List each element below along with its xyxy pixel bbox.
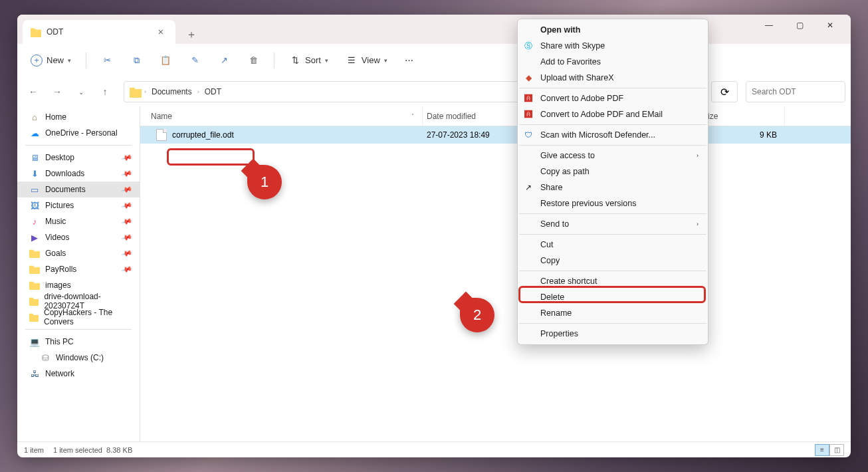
view-button[interactable]: ☰ View ▾	[339, 51, 394, 70]
close-tab-button[interactable]: ×	[154, 25, 167, 39]
search-box[interactable]: 🔍	[746, 81, 845, 102]
sidebar-item-downloads[interactable]: ⬇Downloads📌	[17, 166, 140, 181]
sidebar-item-pictures[interactable]: 🖼Pictures📌	[17, 197, 140, 213]
up-button[interactable]: ↑	[94, 81, 116, 102]
back-button[interactable]: ←	[23, 81, 44, 102]
sidebar-item-videos[interactable]: ▶Videos📌	[17, 229, 140, 245]
col-header-name[interactable]: Name ˄	[140, 106, 423, 126]
more-button[interactable]: ⋯	[398, 51, 420, 69]
sort-indicator-icon: ˄	[411, 113, 414, 119]
cut-button[interactable]: ✂	[94, 51, 120, 70]
ellipsis-icon: ⋯	[405, 55, 413, 65]
sidebar-item-goals[interactable]: Goals📌	[17, 245, 140, 261]
share-button[interactable]: ↗	[211, 51, 237, 70]
status-item-count: 1 item	[24, 446, 44, 454]
paste-button[interactable]: 📋	[153, 51, 178, 70]
delete-button[interactable]: 🗑	[241, 51, 266, 70]
rename-button[interactable]: ✎	[182, 51, 207, 70]
music-icon: ♪	[29, 216, 40, 227]
ctx-adobe-pdf[interactable]: 🅰Convert to Adobe PDF	[518, 90, 708, 106]
window-controls: — ▢ ✕	[754, 15, 845, 44]
ctx-give-access[interactable]: Give access to›	[518, 148, 708, 164]
ctx-upload-sharex[interactable]: ◆Upload with ShareX	[518, 70, 708, 86]
file-row[interactable]: corrupted_file.odt 27-07-2023 18:49 … 9 …	[140, 126, 851, 144]
minimize-button[interactable]: —	[754, 15, 784, 36]
new-label: New	[47, 55, 64, 65]
ctx-defender[interactable]: 🛡Scan with Microsoft Defender...	[518, 127, 708, 143]
callout-1: 1	[247, 165, 282, 199]
folder-icon	[29, 312, 39, 322]
pin-icon: 📌	[121, 183, 134, 195]
refresh-icon: ⟳	[720, 86, 729, 98]
sidebar-item-cdrive[interactable]: ⛁Windows (C:)	[17, 350, 140, 366]
sidebar-label: PayRolls	[45, 265, 76, 274]
refresh-button[interactable]: ⟳	[711, 81, 738, 102]
ctx-open-with[interactable]: Open with	[518, 22, 708, 38]
search-input[interactable]	[752, 87, 851, 96]
sidebar-item-music[interactable]: ♪Music📌	[17, 213, 140, 229]
file-size: 9 KB	[699, 130, 785, 140]
sidebar-item-desktop[interactable]: 🖥Desktop📌	[17, 150, 140, 166]
sidebar-label: CopyHackers - The Convers	[44, 308, 132, 326]
sidebar-item-drivedl[interactable]: drive-download-20230724T	[17, 293, 140, 309]
new-tab-button[interactable]: ＋	[181, 25, 202, 44]
sidebar-item-payrolls[interactable]: PayRolls📌	[17, 261, 140, 277]
details-view-toggle[interactable]: ≡	[815, 444, 829, 456]
ctx-send-to[interactable]: Send to›	[518, 216, 708, 232]
copy-button[interactable]: ⧉	[124, 51, 149, 70]
sidebar-item-thispc[interactable]: 💻This PC	[17, 334, 140, 350]
desktop-icon: 🖥	[29, 152, 40, 163]
sort-button[interactable]: ⇅ Sort ▾	[282, 51, 335, 70]
sidebar-item-copyhackers[interactable]: CopyHackers - The Convers	[17, 309, 140, 325]
ctx-share-skype[interactable]: ⓈShare with Skype	[518, 38, 708, 54]
plus-icon: +	[31, 55, 43, 66]
breadcrumb-documents[interactable]: Documents	[149, 84, 195, 99]
ctx-copy[interactable]: Copy	[518, 253, 708, 269]
chevron-down-icon: ▾	[68, 57, 71, 64]
breadcrumb-odt[interactable]: ODT	[202, 84, 224, 99]
col-name-label: Name	[151, 112, 172, 121]
pc-icon: 💻	[29, 336, 40, 347]
recent-locations-button[interactable]: ⌄	[70, 81, 92, 102]
forward-button[interactable]: →	[47, 81, 68, 102]
view-icon: ☰	[346, 55, 358, 66]
pin-icon: 📌	[121, 215, 134, 227]
ctx-copy-path[interactable]: Copy as path	[518, 164, 708, 179]
ctx-restore[interactable]: Restore previous versions	[518, 195, 708, 211]
sidebar-label: Goals	[45, 249, 66, 258]
pin-icon: 📌	[121, 231, 134, 243]
separator	[86, 53, 86, 68]
ctx-adobe-email[interactable]: 🅰Convert to Adobe PDF and EMail	[518, 106, 708, 122]
folder-icon	[29, 296, 39, 306]
maximize-button[interactable]: ▢	[784, 15, 815, 36]
separator	[519, 323, 706, 324]
col-header-size[interactable]: Size	[699, 106, 785, 126]
sidebar-item-images[interactable]: images	[17, 277, 140, 293]
network-icon: 🖧	[29, 368, 40, 379]
ctx-add-favorites[interactable]: Add to Favorites	[518, 54, 708, 70]
new-button[interactable]: + New ▾	[24, 51, 78, 70]
ctx-share[interactable]: ↗Share	[518, 179, 708, 195]
sidebar-item-home[interactable]: ⌂Home	[17, 109, 140, 125]
callout-2: 2	[460, 298, 494, 332]
sidebar-item-documents[interactable]: ▭Documents📌	[17, 181, 140, 197]
sidebar-item-network[interactable]: 🖧Network	[17, 366, 140, 382]
close-window-button[interactable]: ✕	[815, 15, 845, 36]
icons-view-toggle[interactable]: ◫	[829, 444, 844, 456]
ctx-create-shortcut[interactable]: Create shortcut	[518, 273, 708, 289]
ctx-properties[interactable]: Properties	[518, 326, 708, 342]
pdf-email-icon: 🅰	[523, 109, 534, 120]
separator	[519, 145, 706, 146]
separator	[519, 88, 706, 88]
videos-icon: ▶	[29, 232, 40, 243]
downloads-icon: ⬇	[29, 168, 40, 179]
ctx-rename[interactable]: Rename	[518, 305, 708, 321]
share-icon: ↗	[218, 55, 230, 66]
ctx-delete[interactable]: Delete	[518, 289, 708, 305]
sidebar-item-onedrive[interactable]: ☁OneDrive - Personal	[17, 125, 140, 141]
ctx-cut[interactable]: Cut	[518, 237, 708, 253]
separator	[25, 145, 132, 146]
tab-odt[interactable]: ODT ×	[23, 20, 175, 44]
sort-label: Sort	[305, 55, 321, 65]
content: ⌂Home ☁OneDrive - Personal 🖥Desktop📌 ⬇Do…	[17, 106, 851, 441]
